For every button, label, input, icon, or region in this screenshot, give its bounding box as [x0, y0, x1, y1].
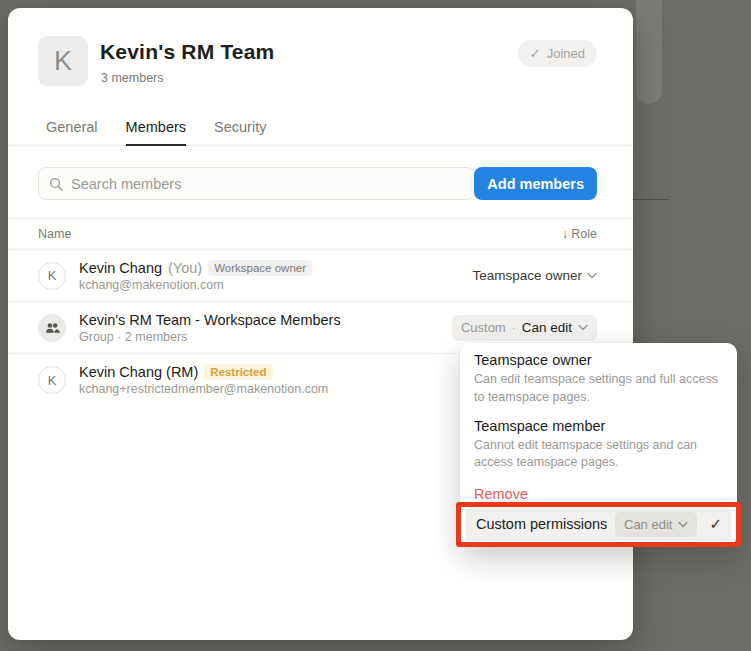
menu-option-teamspace-owner[interactable]: Teamspace owner Can edit teamspace setti…: [460, 352, 737, 407]
avatar-letter: K: [48, 268, 57, 283]
tab-members[interactable]: Members: [126, 110, 186, 146]
check-icon: ✓: [530, 46, 541, 61]
can-edit-dropdown[interactable]: Can edit: [615, 512, 697, 537]
sort-arrow-icon: ↓: [562, 227, 568, 241]
teamspace-avatar: K: [38, 36, 88, 86]
can-edit-value: Can edit: [624, 517, 672, 532]
menu-option-teamspace-member[interactable]: Teamspace member Cannot edit teamspace s…: [460, 418, 737, 473]
tab-security[interactable]: Security: [214, 110, 266, 145]
member-you-suffix: (You): [168, 260, 202, 276]
background-scrollbar-artifact: [636, 0, 662, 104]
role-prefix: Custom: [461, 320, 506, 335]
chevron-down-icon: [678, 521, 688, 528]
tab-general[interactable]: General: [46, 110, 98, 145]
search-members-input[interactable]: [71, 176, 464, 192]
avatar-letter: K: [48, 373, 57, 388]
role-separator: ·: [512, 321, 516, 335]
member-name: Kevin Chang: [79, 260, 162, 276]
people-icon: [45, 322, 60, 334]
menu-option-remove[interactable]: Remove: [460, 483, 737, 502]
members-list-header: Name ↓ Role: [8, 218, 633, 250]
role-dropdown-teamspace-owner[interactable]: Teamspace owner: [472, 268, 597, 283]
role-column-label: Role: [571, 227, 597, 241]
role-value: Teamspace owner: [472, 268, 582, 283]
member-info: Kevin Chang (You) Workspace owner kchang…: [79, 260, 472, 292]
role-dropdown-custom-can-edit[interactable]: Custom · Can edit: [452, 315, 597, 341]
group-subtitle: Group · 2 members: [79, 330, 452, 344]
avatar: K: [38, 366, 66, 394]
menu-option-custom-permissions[interactable]: Custom permissions Can edit ✓: [466, 507, 731, 541]
group-name: Kevin's RM Team - Workspace Members: [79, 312, 341, 328]
option-title: Teamspace member: [474, 418, 723, 434]
chevron-down-icon: [578, 324, 588, 331]
workspace-owner-badge: Workspace owner: [208, 260, 312, 276]
member-email: kchang@makenotion.com: [79, 278, 472, 292]
option-description: Can edit teamspace settings and full acc…: [474, 371, 723, 407]
role-column-header[interactable]: ↓ Role: [562, 227, 597, 241]
chevron-down-icon: [587, 272, 597, 279]
joined-label: Joined: [547, 46, 585, 61]
joined-button[interactable]: ✓ Joined: [518, 40, 597, 67]
teamspace-title: Kevin's RM Team: [100, 40, 275, 64]
tab-bar: General Members Security: [8, 110, 633, 146]
restricted-badge: Restricted: [204, 364, 272, 380]
member-name: Kevin Chang (RM): [79, 364, 198, 380]
name-column-header: Name: [38, 227, 71, 241]
group-avatar: [38, 314, 66, 342]
custom-permissions-label: Custom permissions: [476, 516, 615, 532]
avatar: K: [38, 262, 66, 290]
teamspace-avatar-letter: K: [54, 46, 72, 77]
group-info: Kevin's RM Team - Workspace Members Grou…: [79, 312, 452, 344]
member-row-kevin-chang: K Kevin Chang (You) Workspace owner kcha…: [8, 250, 633, 302]
search-icon: [49, 177, 63, 191]
background-line-artifact: [633, 199, 669, 200]
option-description: Cannot edit teamspace settings and can a…: [474, 437, 723, 473]
search-members-box[interactable]: [38, 167, 475, 200]
option-title: Teamspace owner: [474, 352, 723, 368]
selected-check-icon: ✓: [709, 515, 722, 533]
role-menu: Teamspace owner Can edit teamspace setti…: [460, 343, 737, 546]
teamspace-member-count: 3 members: [101, 71, 164, 85]
add-members-button[interactable]: Add members: [474, 167, 597, 200]
role-value: Can edit: [522, 320, 572, 335]
